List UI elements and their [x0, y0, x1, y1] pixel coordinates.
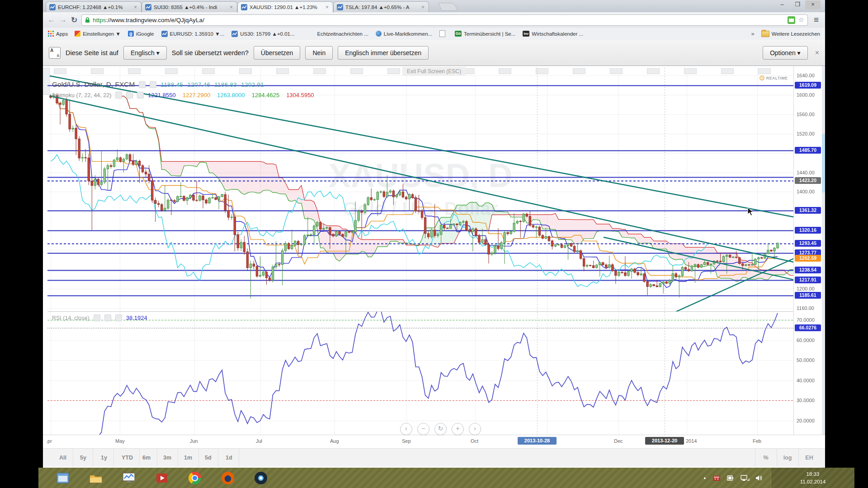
- taskbar-firefox-icon[interactable]: [218, 471, 238, 485]
- browser-tab[interactable]: XAUUSD: 1290.01 ▲+1.23%×: [237, 1, 333, 13]
- tray-expand-icon[interactable]: ▲: [703, 476, 707, 480]
- chrome-menu-icon[interactable]: ≡: [812, 15, 821, 25]
- nav-reset-button[interactable]: ↻: [434, 423, 447, 435]
- taskbar-chrome-icon[interactable]: [185, 471, 205, 485]
- new-tab-button[interactable]: [438, 3, 458, 11]
- range-button-1d[interactable]: 1d: [219, 449, 239, 467]
- price-badge: 1262.59: [795, 255, 821, 262]
- time-tick-label: May: [115, 438, 125, 444]
- translate-close-icon[interactable]: ×: [815, 49, 819, 57]
- legend-style-icon[interactable]: [139, 81, 146, 88]
- nav-zoom-out-button[interactable]: −: [417, 423, 429, 435]
- bookmark-label: Einstellungen ▼: [83, 31, 121, 37]
- rsi-settings-icon[interactable]: [104, 314, 111, 321]
- nav-zoom-in-button[interactable]: +: [452, 423, 464, 435]
- address-bar[interactable]: https://www.tradingview.com/e/QJjqAyLa/ …: [81, 14, 808, 26]
- clock-time: 18:33: [771, 470, 854, 478]
- translate-button[interactable]: Übersetzen: [254, 46, 301, 60]
- tray-battery-icon[interactable]: [726, 474, 735, 482]
- tab-close-icon[interactable]: ×: [420, 4, 425, 10]
- bookmark-item[interactable]: InvWirtschaftskalender ...: [523, 31, 583, 37]
- bookmark-item[interactable]: Einstellungen ▼: [75, 31, 121, 37]
- range-button-3m[interactable]: 3m: [157, 449, 178, 467]
- language-select[interactable]: Englisch ▾: [123, 46, 167, 60]
- clock-date: 11.02.2014: [771, 478, 854, 486]
- range-button-6m[interactable]: 6m: [136, 449, 157, 467]
- taskbar-clock[interactable]: 18:33 11.02.2014: [771, 468, 854, 488]
- browser-tab[interactable]: SUI30: 8355 ▲+0.4% - Indi×: [142, 1, 237, 12]
- legend-settings-icon[interactable]: [150, 81, 156, 88]
- range-button-1y[interactable]: 1y: [94, 449, 114, 467]
- indicator-close-icon[interactable]: [137, 92, 144, 99]
- apps-shortcut[interactable]: Apps: [48, 31, 68, 37]
- maximize-button[interactable]: ❒: [790, 0, 805, 9]
- range-button-5d[interactable]: 5d: [198, 449, 218, 467]
- scale-button-%[interactable]: %: [755, 449, 776, 467]
- price-axis[interactable]: 1640.001600.001560.001520.001440.001400.…: [793, 66, 822, 435]
- indicator-settings-icon[interactable]: [126, 92, 133, 99]
- tab-close-icon[interactable]: ×: [325, 4, 330, 10]
- price-badge: 1619.09: [795, 82, 821, 89]
- bookmark-star-icon[interactable]: ☆: [798, 16, 804, 24]
- taskbar-folder-icon[interactable]: [86, 471, 106, 485]
- bookmark-item[interactable]: Echtzeitnachrichten ...: [317, 31, 368, 37]
- bookmark-item[interactable]: EURUSD: 1.35910 ▼...: [161, 31, 225, 37]
- price-badge: 1361.32: [795, 207, 821, 214]
- rsi-eye-icon[interactable]: [94, 314, 100, 321]
- scroll-indicator[interactable]: [822, 134, 825, 192]
- realtime-clock-icon: [760, 75, 764, 80]
- price-tick-label: 1160.00: [797, 305, 814, 311]
- main-chart-canvas[interactable]: [47, 68, 793, 312]
- scale-button-log[interactable]: log: [777, 449, 798, 467]
- rsi-pane-canvas[interactable]: [47, 312, 793, 435]
- tray-network-icon[interactable]: [741, 474, 750, 482]
- range-button-5y[interactable]: 5y: [74, 449, 93, 467]
- other-bookmarks-folder[interactable]: Weitere Lesezeichen: [761, 31, 820, 37]
- ichimoku-value: 1221.8550: [148, 92, 175, 99]
- bookmark-item[interactable]: GoTerminübersicht | Se...: [455, 31, 515, 37]
- igoogle-icon: g: [128, 31, 134, 37]
- range-button-all[interactable]: All: [53, 449, 73, 467]
- bookmark-item[interactable]: [439, 30, 448, 37]
- windows-taskbar: ▲ 18:33 11.02.2014: [38, 468, 854, 488]
- scale-button-eh[interactable]: EH: [798, 449, 820, 467]
- minimize-button[interactable]: –: [774, 0, 790, 9]
- browser-tab[interactable]: TSLA: 197.84 ▲+0.65% - A×: [333, 1, 429, 12]
- indicator-eye-icon[interactable]: [115, 92, 122, 99]
- pane-separator[interactable]: [47, 311, 822, 312]
- back-button[interactable]: ←: [47, 15, 55, 24]
- time-axis[interactable]: .prMayJunJulAugSepOctDec2014Feb2013-10-2…: [43, 435, 825, 449]
- time-tick-label: .pr: [46, 438, 52, 444]
- bookmark-item[interactable]: US30: 15799 ▲+0.01...: [231, 31, 294, 37]
- translate-options-button[interactable]: Optionen ▾: [763, 46, 808, 60]
- tray-volume-icon[interactable]: [755, 474, 763, 482]
- bookmark-item[interactable]: Live-Marktkommen...: [376, 31, 432, 37]
- nav-left-button[interactable]: ‹: [400, 423, 412, 435]
- price-tick-label: 1600.00: [797, 92, 815, 98]
- taskbar-media-icon[interactable]: [152, 471, 172, 485]
- taskbar-window-icon[interactable]: [53, 471, 73, 485]
- no-translate-button[interactable]: Nein: [305, 46, 333, 60]
- bookmarks-overflow-chevron[interactable]: »: [751, 30, 755, 37]
- browser-tab[interactable]: EURCHF: 1.22468 ▲+0.1%×: [46, 1, 142, 12]
- price-tick-label: 1560.00: [797, 111, 815, 117]
- taskbar-steam-icon[interactable]: [251, 471, 271, 485]
- range-button-1m[interactable]: 1m: [178, 449, 199, 467]
- tab-close-icon[interactable]: ×: [229, 4, 234, 10]
- rsi-tick-label: 30.0000: [797, 397, 815, 404]
- close-button[interactable]: ×: [805, 0, 821, 9]
- time-badge: 2013-12-20: [645, 437, 684, 445]
- rsi-close-icon[interactable]: [115, 314, 122, 321]
- bookmark-item[interactable]: giGoogle: [128, 31, 154, 37]
- globe-icon: [376, 31, 382, 37]
- taskbar-monitor-icon[interactable]: [119, 471, 139, 485]
- ssl-lock-icon[interactable]: [85, 17, 90, 23]
- always-translate-button[interactable]: Englisch immer übersetzen: [338, 46, 429, 60]
- tray-recorder-icon[interactable]: [712, 474, 721, 482]
- mcafee-extension-icon[interactable]: [788, 16, 795, 24]
- forward-button[interactable]: →: [59, 15, 67, 24]
- tab-close-icon[interactable]: ×: [133, 4, 138, 10]
- tradingview-favicon: [337, 4, 343, 10]
- reload-button[interactable]: ↻: [71, 15, 77, 25]
- nav-right-button[interactable]: ›: [469, 423, 481, 435]
